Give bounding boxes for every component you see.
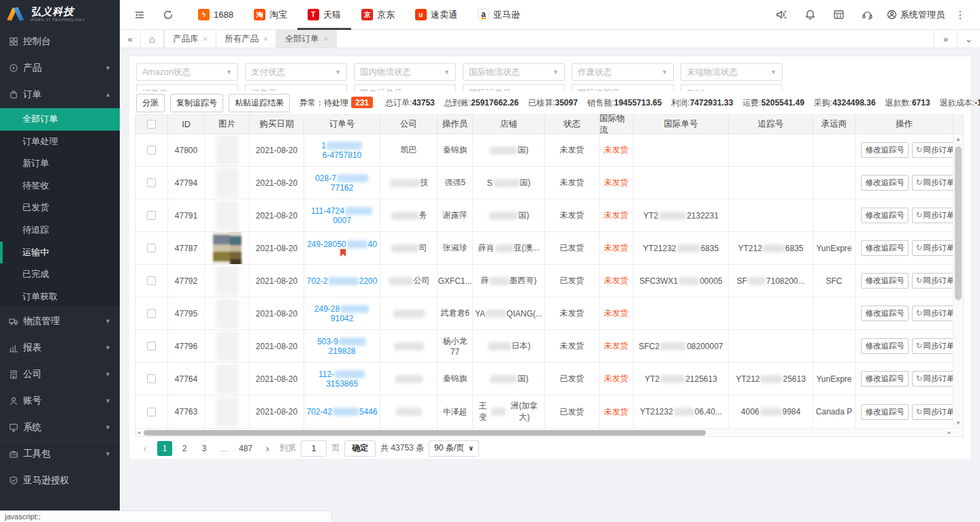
order-number-link[interactable]: 503-9219828 bbox=[306, 337, 378, 356]
tabs-scroll-right-icon[interactable]: » bbox=[934, 30, 957, 48]
page-button-487[interactable]: 487 bbox=[236, 441, 255, 456]
order-number-link[interactable]: 028-777162 bbox=[306, 174, 378, 193]
vertical-scroll-thumb[interactable] bbox=[955, 146, 962, 300]
goto-confirm-button[interactable]: 确定 bbox=[344, 440, 376, 457]
horizontal-scrollbar[interactable]: ◂ ▸ bbox=[135, 428, 963, 436]
row-checkbox[interactable] bbox=[147, 276, 156, 285]
order-number-link[interactable]: 112-3153865 bbox=[306, 370, 378, 389]
row-checkbox[interactable] bbox=[147, 244, 156, 252]
sync-order-button[interactable]: ↻同步订单 bbox=[912, 240, 959, 256]
row-checkbox[interactable] bbox=[147, 146, 156, 154]
pending-count-badge[interactable]: 231 bbox=[351, 97, 373, 108]
sync-order-button[interactable]: ↻同步订单 bbox=[912, 404, 959, 420]
order-number-link[interactable]: 249-2891042 bbox=[306, 304, 378, 323]
sync-order-button[interactable]: ↻同步订单 bbox=[912, 338, 959, 354]
filter-select-作废状态[interactable]: 作废状态▼ bbox=[572, 63, 674, 81]
row-checkbox[interactable] bbox=[147, 342, 156, 350]
sidebar-item-工具包[interactable]: 工具包▼ bbox=[0, 441, 120, 468]
sidebar-item-报表[interactable]: 报表▼ bbox=[0, 335, 120, 361]
toolbar-button-分派[interactable]: 分派 bbox=[136, 94, 165, 112]
notifications-bell-icon[interactable] bbox=[796, 0, 824, 30]
horizontal-scroll-thumb[interactable] bbox=[144, 430, 706, 436]
order-number-link[interactable]: 702-22200 bbox=[307, 276, 377, 286]
filter-select-Amazon状态[interactable]: Amazon状态▼ bbox=[136, 63, 238, 81]
filter-select-国内物流状态[interactable]: 国内物流状态▼ bbox=[354, 63, 456, 81]
page-size-select[interactable]: 90 条/页∨ bbox=[429, 440, 479, 457]
platform-tab-京东[interactable]: 京京东 bbox=[351, 0, 405, 30]
scroll-right-icon[interactable]: ▸ bbox=[948, 429, 951, 437]
filter-select-末端物流状态[interactable]: 末端物流状态▼ bbox=[681, 63, 783, 81]
edit-tracking-button[interactable]: 修改追踪号 bbox=[861, 240, 909, 256]
sync-order-button[interactable]: ↻同步订单 bbox=[912, 208, 959, 223]
order-number-link[interactable]: 702-425446 bbox=[306, 407, 377, 417]
sidebar-item-系统[interactable]: 系统▼ bbox=[0, 414, 120, 441]
sidebar-subitem-订单处理[interactable]: 订单处理 bbox=[0, 131, 120, 153]
sync-order-button[interactable]: ↻同步订单 bbox=[912, 142, 959, 158]
sync-order-button[interactable]: ↻同步订单 bbox=[912, 371, 959, 387]
sidebar-item-亚马逊授权[interactable]: 亚马逊授权 bbox=[0, 468, 120, 494]
row-checkbox[interactable] bbox=[147, 309, 156, 318]
announcement-icon[interactable] bbox=[767, 0, 796, 30]
row-checkbox[interactable] bbox=[147, 211, 156, 220]
sidebar-item-公司[interactable]: 公司▼ bbox=[0, 361, 120, 388]
edit-tracking-button[interactable]: 修改追踪号 bbox=[861, 404, 909, 420]
platform-tab-速卖通[interactable]: ∪速卖通 bbox=[405, 0, 468, 30]
sidebar-subitem-已发货[interactable]: 已发货 bbox=[0, 197, 120, 219]
page-button-3[interactable]: 3 bbox=[197, 441, 212, 456]
sidebar-item-账号[interactable]: 账号▼ bbox=[0, 388, 120, 414]
sync-order-button[interactable]: ↻同步订单 bbox=[912, 306, 959, 321]
sync-order-button[interactable]: ↻同步订单 bbox=[912, 273, 959, 289]
edit-tracking-button[interactable]: 修改追踪号 bbox=[861, 306, 909, 321]
tabs-menu-icon[interactable]: ⌄ bbox=[957, 30, 980, 48]
row-checkbox[interactable] bbox=[147, 408, 156, 417]
close-icon[interactable]: × bbox=[203, 35, 208, 43]
more-menu-icon[interactable]: ⋮ bbox=[950, 9, 970, 21]
scroll-left-icon[interactable]: ◂ bbox=[137, 429, 140, 437]
refresh-icon[interactable] bbox=[158, 0, 178, 30]
sidebar-subitem-待追踪[interactable]: 待追踪 bbox=[0, 219, 120, 242]
tab-所有产品[interactable]: 所有产品× bbox=[216, 30, 276, 48]
vertical-scrollbar[interactable]: ▲ ▼ bbox=[953, 134, 963, 428]
tab-产品库[interactable]: 产品库× bbox=[164, 30, 216, 48]
platform-tab-亚马逊[interactable]: a亚马逊 bbox=[468, 0, 530, 30]
sidebar-subitem-待签收[interactable]: 待签收 bbox=[0, 175, 120, 197]
filter-select-国际物流状态[interactable]: 国际物流状态▼ bbox=[463, 63, 565, 81]
scroll-down-icon[interactable]: ▼ bbox=[953, 420, 963, 426]
sidebar-item-控制台[interactable]: 控制台 bbox=[0, 29, 120, 55]
sidebar-subitem-已完成[interactable]: 已完成 bbox=[0, 263, 120, 286]
page-button-1[interactable]: 1 bbox=[157, 441, 172, 456]
row-checkbox[interactable] bbox=[147, 374, 156, 383]
order-number-link[interactable]: 16-4757810 bbox=[306, 141, 378, 160]
edit-tracking-button[interactable]: 修改追踪号 bbox=[861, 142, 909, 158]
sync-order-button[interactable]: ↻同步订单 bbox=[912, 175, 959, 191]
select-all-checkbox[interactable] bbox=[147, 120, 156, 129]
collapse-sidebar-icon[interactable] bbox=[129, 0, 150, 30]
edit-tracking-button[interactable]: 修改追踪号 bbox=[861, 208, 909, 223]
page-button-2[interactable]: 2 bbox=[177, 441, 192, 456]
close-icon[interactable]: × bbox=[263, 35, 267, 43]
edit-tracking-button[interactable]: 修改追踪号 bbox=[861, 338, 909, 354]
platform-tab-淘宝[interactable]: 淘淘宝 bbox=[244, 0, 297, 30]
tab-全部订单[interactable]: 全部订单× bbox=[276, 30, 336, 48]
sidebar-subitem-新订单[interactable]: 新订单 bbox=[0, 152, 120, 175]
prev-page-button[interactable]: ‹ bbox=[137, 441, 152, 456]
platform-tab-1688[interactable]: ϟ1688 bbox=[188, 0, 244, 30]
toolbar-button-复制追踪号[interactable]: 复制追踪号 bbox=[170, 94, 223, 112]
sidebar-subitem-订单获取[interactable]: 订单获取 bbox=[0, 286, 120, 308]
edit-tracking-button[interactable]: 修改追踪号 bbox=[861, 371, 909, 387]
tabs-scroll-left-icon[interactable]: « bbox=[120, 30, 140, 48]
service-headset-icon[interactable] bbox=[853, 0, 881, 30]
edit-tracking-button[interactable]: 修改追踪号 bbox=[861, 175, 909, 191]
sidebar-subitem-运输中[interactable]: 运输中 bbox=[0, 242, 120, 264]
toolbar-button-粘贴追踪结果[interactable]: 粘贴追踪结果 bbox=[229, 94, 290, 112]
user-menu[interactable]: 系统管理员 bbox=[881, 9, 950, 21]
sidebar-item-订单[interactable]: 订单▲ bbox=[0, 82, 120, 108]
scroll-up-icon[interactable]: ▲ bbox=[953, 136, 963, 142]
edit-tracking-button[interactable]: 修改追踪号 bbox=[861, 273, 909, 289]
next-page-button[interactable]: › bbox=[260, 441, 275, 456]
sidebar-item-产品[interactable]: 产品▼ bbox=[0, 55, 120, 82]
filter-select-支付状态[interactable]: 支付状态▼ bbox=[245, 63, 347, 81]
tab-home[interactable]: ⌂ bbox=[140, 30, 164, 48]
order-number-link[interactable]: 111-47240007 bbox=[306, 206, 378, 225]
apps-grid-icon[interactable] bbox=[824, 0, 853, 30]
